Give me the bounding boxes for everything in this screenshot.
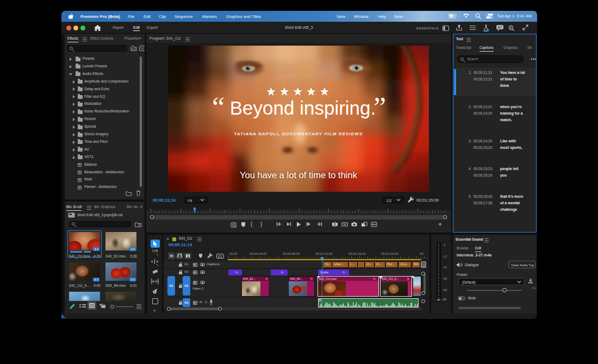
- svg-text:32: 32: [140, 47, 144, 50]
